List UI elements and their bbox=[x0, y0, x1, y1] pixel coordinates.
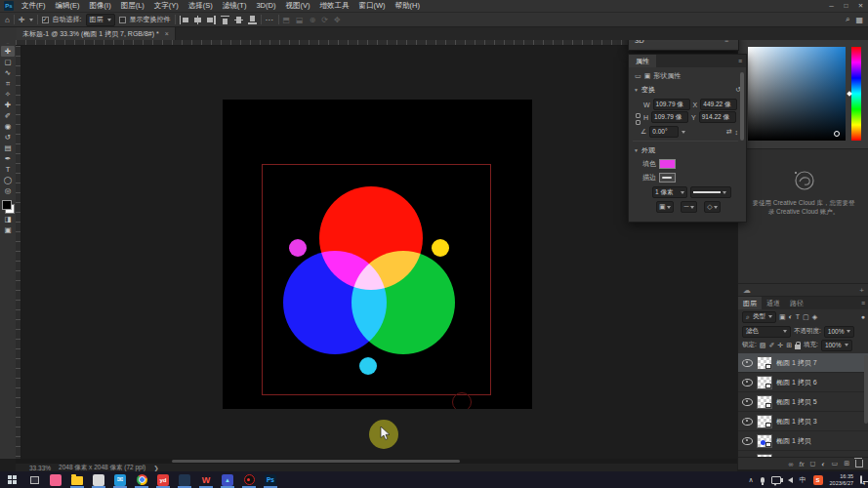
more-options-icon[interactable]: ⋯ bbox=[266, 16, 274, 24]
pen-tool[interactable]: ✒ bbox=[1, 153, 15, 164]
menu-item-9[interactable]: 增效工具 bbox=[314, 0, 353, 12]
layer-thumbnail[interactable] bbox=[757, 356, 772, 370]
layer-thumbnail[interactable] bbox=[757, 415, 772, 428]
zoom-level[interactable]: 33.33% bbox=[29, 465, 51, 471]
align-top-icon[interactable] bbox=[221, 16, 229, 24]
filter-smart-icon[interactable]: ◈ bbox=[812, 313, 817, 321]
file-explorer[interactable] bbox=[66, 471, 88, 488]
menu-item-11[interactable]: 帮助(H) bbox=[391, 0, 425, 12]
shape-properties-icon-b[interactable]: ▣ bbox=[644, 72, 651, 80]
menu-item-4[interactable]: 文字(Y) bbox=[149, 0, 184, 12]
tab-图层[interactable]: 图层 bbox=[738, 297, 762, 309]
menu-item-5[interactable]: 选择(S) bbox=[184, 0, 218, 12]
menu-item-8[interactable]: 视图(V) bbox=[280, 0, 314, 12]
move-tool-option-icon[interactable]: ✛ bbox=[19, 16, 25, 24]
panel-menu-icon[interactable]: ≡ bbox=[738, 55, 746, 67]
workspace-icon[interactable]: ▦ bbox=[855, 16, 863, 24]
chevron-down-icon[interactable] bbox=[29, 19, 33, 21]
layers-scrollbar[interactable] bbox=[864, 355, 868, 424]
home-icon[interactable]: ⌂ bbox=[5, 16, 10, 24]
delete-layer-icon[interactable] bbox=[855, 460, 863, 468]
lock-all-icon[interactable] bbox=[795, 345, 801, 349]
search-icon[interactable]: ⌕ bbox=[846, 15, 849, 24]
cloud-sync-icon[interactable]: ☁ bbox=[743, 286, 751, 295]
appearance-section-label[interactable]: 外观 bbox=[641, 145, 655, 155]
layer-thumbnail[interactable] bbox=[757, 395, 772, 409]
visibility-eye-icon[interactable] bbox=[742, 359, 753, 367]
lock-artboard-icon[interactable]: ⊞ bbox=[786, 342, 792, 349]
yellow-dot[interactable] bbox=[432, 239, 449, 257]
flip-horizontal-icon[interactable]: ⇄ bbox=[726, 128, 732, 136]
clock[interactable]: 16:35 2023/6/27 bbox=[830, 473, 853, 487]
filter-shape-icon[interactable]: ▢ bbox=[803, 313, 809, 321]
microphone-icon[interactable] bbox=[761, 477, 765, 483]
new-layer-icon[interactable]: ⊞ bbox=[844, 460, 849, 468]
x-field[interactable]: 449.22 像 bbox=[700, 99, 737, 110]
healing-brush-tool[interactable]: ✚ bbox=[1, 100, 15, 110]
layer-row[interactable]: 椭圆 1 拷贝 6 bbox=[738, 373, 868, 392]
tray-chevron-icon[interactable]: ∧ bbox=[748, 476, 753, 484]
visibility-eye-icon[interactable] bbox=[742, 398, 753, 406]
color-swatches[interactable] bbox=[2, 200, 15, 214]
history-brush-tool[interactable]: ↺ bbox=[1, 132, 15, 142]
menu-item-2[interactable]: 图像(I) bbox=[85, 0, 116, 12]
visibility-eye-icon[interactable] bbox=[742, 418, 753, 426]
close-button[interactable]: ✕ bbox=[853, 0, 868, 12]
align-bottom-icon[interactable] bbox=[248, 16, 257, 24]
sogou-icon[interactable]: S bbox=[813, 475, 823, 485]
y-field[interactable]: 914.22 像 bbox=[699, 111, 736, 123]
color-picker-field[interactable] bbox=[748, 47, 846, 141]
layer-filter-dropdown[interactable]: ⌕ 类型 bbox=[742, 311, 776, 323]
properties-tab[interactable]: 属性 bbox=[629, 55, 656, 67]
lock-move-icon[interactable]: ✛ bbox=[777, 342, 783, 349]
transform-section-label[interactable]: 变换 bbox=[641, 85, 655, 95]
recorder-app[interactable] bbox=[238, 471, 260, 488]
flip-vertical-icon[interactable]: ↕ bbox=[735, 129, 739, 136]
wps-app[interactable]: W bbox=[195, 471, 217, 488]
lock-brush-icon[interactable]: ✐ bbox=[768, 342, 774, 349]
add-library-icon[interactable]: + bbox=[859, 286, 864, 295]
visibility-eye-icon[interactable] bbox=[742, 437, 753, 445]
align-left-icon[interactable] bbox=[180, 16, 188, 24]
canvas[interactable] bbox=[223, 100, 532, 409]
photos-app[interactable]: ▲ bbox=[217, 471, 238, 488]
tab-通道[interactable]: 通道 bbox=[762, 297, 785, 309]
zoom-tool[interactable]: ◎ bbox=[1, 185, 15, 196]
clone-stamp-tool[interactable]: ◉ bbox=[1, 121, 15, 132]
fill-color-swatch[interactable] bbox=[659, 159, 676, 169]
filter-toggle-icon[interactable]: ● bbox=[861, 313, 865, 320]
stroke-align-dropdown[interactable]: ▣ bbox=[656, 201, 674, 213]
opacity-dropdown[interactable]: 100% bbox=[824, 326, 855, 338]
align-center-v-icon[interactable] bbox=[234, 16, 243, 24]
type-tool[interactable]: T bbox=[1, 164, 15, 175]
layer-row[interactable]: 椭圆 1 拷贝 3 bbox=[738, 412, 868, 431]
minimize-button[interactable]: ─ bbox=[824, 0, 839, 12]
photoshop[interactable]: Ps bbox=[260, 471, 281, 488]
layer-row[interactable]: 椭圆 1 拷贝 5 bbox=[738, 392, 868, 412]
layer-mask-icon[interactable]: ◻ bbox=[809, 460, 815, 468]
stroke-style-dropdown[interactable] bbox=[690, 186, 731, 198]
youdao-app[interactable]: yd bbox=[152, 471, 174, 488]
menu-item-10[interactable]: 窗口(W) bbox=[353, 0, 390, 12]
stroke-corner-dropdown[interactable]: ◇ bbox=[704, 201, 721, 213]
filter-image-icon[interactable]: ▣ bbox=[779, 313, 786, 321]
menu-item-3[interactable]: 图层(L) bbox=[116, 0, 149, 12]
layer-thumbnail[interactable] bbox=[757, 376, 772, 389]
bilibili-app[interactable] bbox=[45, 471, 66, 488]
cyan-dot[interactable] bbox=[359, 357, 377, 375]
magenta-dot[interactable] bbox=[289, 239, 307, 257]
fill-dropdown[interactable]: 100% bbox=[821, 340, 852, 351]
eyedropper-tool[interactable]: ✧ bbox=[1, 89, 15, 100]
outline-circle[interactable] bbox=[452, 392, 472, 409]
marquee-tool[interactable]: ▢ bbox=[1, 57, 15, 67]
dark-app[interactable] bbox=[174, 471, 195, 488]
lock-transparent-icon[interactable]: ▨ bbox=[760, 342, 766, 349]
stroke-cap-dropdown[interactable]: ─ bbox=[681, 201, 697, 213]
scrollbar-thumb[interactable] bbox=[172, 460, 460, 463]
show-transform-checkbox[interactable] bbox=[119, 17, 126, 23]
stroke-width-field[interactable]: 1 像素 bbox=[652, 186, 687, 198]
shape-tool[interactable]: ◯ bbox=[1, 175, 15, 185]
link-wh-icon[interactable] bbox=[636, 113, 641, 125]
touch-keyboard-icon[interactable]: 4 bbox=[860, 476, 862, 483]
gradient-tool[interactable]: ▤ bbox=[1, 142, 15, 153]
